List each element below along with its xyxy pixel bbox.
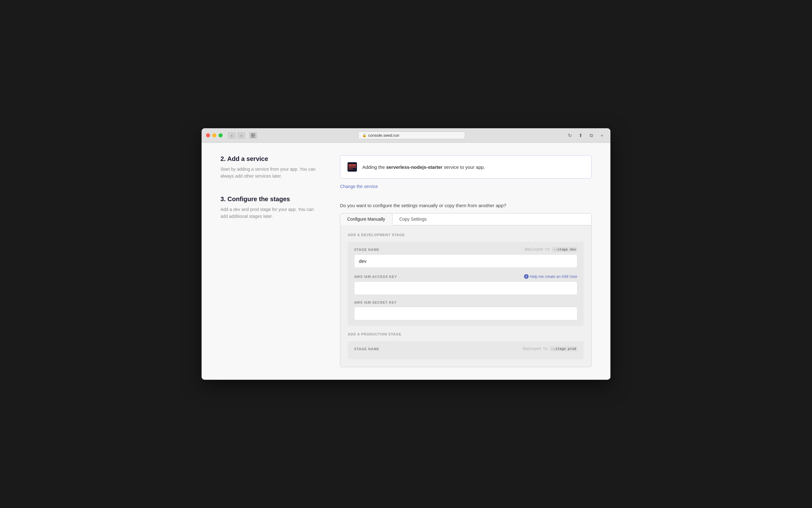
svg-rect-6 bbox=[349, 166, 356, 168]
aws-access-key-label: AWS IAM ACCESS KEY bbox=[354, 275, 397, 279]
lock-icon: 🔒 bbox=[362, 133, 367, 137]
service-suffix: service to your app. bbox=[443, 164, 485, 170]
prod-stage-section: ADD A PRODUCTION STAGE STAGE NAME Deploy… bbox=[348, 332, 584, 359]
aws-secret-key-input[interactable] bbox=[354, 307, 577, 320]
tab-content-configure-manually: ADD A DEVELOPMENT STAGE STAGE NAME Deplo… bbox=[340, 225, 591, 367]
new-tab-button[interactable]: ⧉ bbox=[587, 132, 595, 139]
browser-chrome: ‹ › 🔒 console.seed.run ↻ ⬆ ⧉ + bbox=[202, 128, 610, 143]
prod-stage-name-row: STAGE NAME Deployed to --stage prod bbox=[354, 347, 577, 351]
page-content: 2. Add a service Start by adding a servi… bbox=[202, 143, 610, 380]
service-notice-text: Adding the serverless-nodejs-starter ser… bbox=[362, 164, 485, 170]
step3-section: 3. Configure the stages Add a dev and pr… bbox=[220, 196, 321, 220]
minimize-button[interactable] bbox=[212, 133, 216, 137]
browser-actions: ↻ ⬆ ⧉ + bbox=[566, 132, 606, 139]
svg-rect-5 bbox=[349, 164, 356, 166]
prod-stage-name-label: STAGE NAME bbox=[354, 347, 379, 351]
tab-copy-settings[interactable]: Copy Settings bbox=[393, 213, 434, 225]
prod-stage-deployed-hint: Deployed to --stage prod bbox=[523, 347, 577, 351]
service-prefix: Adding the bbox=[362, 164, 386, 170]
right-panel: Adding the serverless-nodejs-starter ser… bbox=[340, 155, 592, 367]
stage-prod-code: --stage prod bbox=[550, 346, 577, 351]
address-bar[interactable]: 🔒 console.seed.run bbox=[358, 131, 465, 139]
stage-name-row: STAGE NAME Deployed to --stage dev bbox=[354, 247, 577, 252]
change-service-link[interactable]: Change the service bbox=[340, 184, 378, 189]
svg-rect-1 bbox=[251, 135, 255, 136]
step3-title: 3. Configure the stages bbox=[220, 196, 321, 203]
browser-window: ‹ › 🔒 console.seed.run ↻ ⬆ ⧉ + bbox=[202, 128, 610, 380]
service-notice: Adding the serverless-nodejs-starter ser… bbox=[340, 155, 592, 178]
stage-name-input[interactable] bbox=[354, 254, 577, 268]
deployed-to-text: Deployed to bbox=[525, 247, 550, 252]
address-bar-wrap: 🔒 console.seed.run bbox=[260, 131, 563, 139]
back-button[interactable]: ‹ bbox=[228, 132, 236, 139]
iam-help-text: Help me create an IAM User bbox=[530, 274, 577, 279]
aws-access-key-row: AWS IAM ACCESS KEY i Help me create an I… bbox=[354, 274, 577, 279]
iam-user-help-link[interactable]: i Help me create an IAM User bbox=[524, 274, 577, 279]
svg-rect-7 bbox=[349, 168, 353, 169]
stage-name-deployed-hint: Deployed to --stage dev bbox=[525, 247, 577, 252]
dev-stage-card: STAGE NAME Deployed to --stage dev AWS I… bbox=[348, 242, 584, 326]
stage-dev-code: --stage dev bbox=[552, 247, 577, 252]
share-button[interactable]: ⬆ bbox=[576, 132, 584, 139]
step3-description: Add a dev and prod stage for your app. Y… bbox=[220, 206, 321, 220]
nav-buttons: ‹ › bbox=[228, 132, 245, 139]
maximize-button[interactable] bbox=[218, 133, 222, 137]
service-icon bbox=[347, 161, 358, 173]
step2-title: 2. Add a service bbox=[220, 155, 321, 163]
left-panel: 2. Add a service Start by adding a servi… bbox=[220, 155, 321, 367]
prod-stage-card: STAGE NAME Deployed to --stage prod bbox=[348, 341, 584, 359]
url-text: console.seed.run bbox=[368, 133, 399, 138]
step2-section: 2. Add a service Start by adding a servi… bbox=[220, 155, 321, 180]
forward-button[interactable]: › bbox=[237, 132, 245, 139]
tab-configure-manually[interactable]: Configure Manually bbox=[340, 213, 393, 225]
configure-question: Do you want to configure the settings ma… bbox=[340, 203, 592, 208]
stage-name-label: STAGE NAME bbox=[354, 248, 379, 252]
step2-description: Start by adding a service from your app.… bbox=[220, 166, 321, 180]
dev-stage-header: ADD A DEVELOPMENT STAGE bbox=[348, 233, 584, 237]
tabs-container: Configure Manually Copy Settings ADD A D… bbox=[340, 213, 592, 367]
reload-button[interactable]: ↻ bbox=[566, 132, 574, 139]
add-tab-button[interactable]: + bbox=[598, 132, 606, 139]
sidebar-toggle-button[interactable] bbox=[249, 132, 257, 139]
traffic-lights bbox=[206, 133, 222, 137]
tab-bar: Configure Manually Copy Settings bbox=[340, 213, 591, 225]
service-name: serverless-nodejs-starter bbox=[386, 164, 443, 170]
close-button[interactable] bbox=[206, 133, 210, 137]
prod-deployed-to-text: Deployed to bbox=[523, 347, 547, 351]
aws-access-key-input[interactable] bbox=[354, 281, 577, 295]
aws-secret-key-label: AWS IAM SECRET KEY bbox=[354, 300, 577, 304]
prod-stage-header: ADD A PRODUCTION STAGE bbox=[348, 332, 584, 336]
help-icon: i bbox=[524, 274, 529, 279]
